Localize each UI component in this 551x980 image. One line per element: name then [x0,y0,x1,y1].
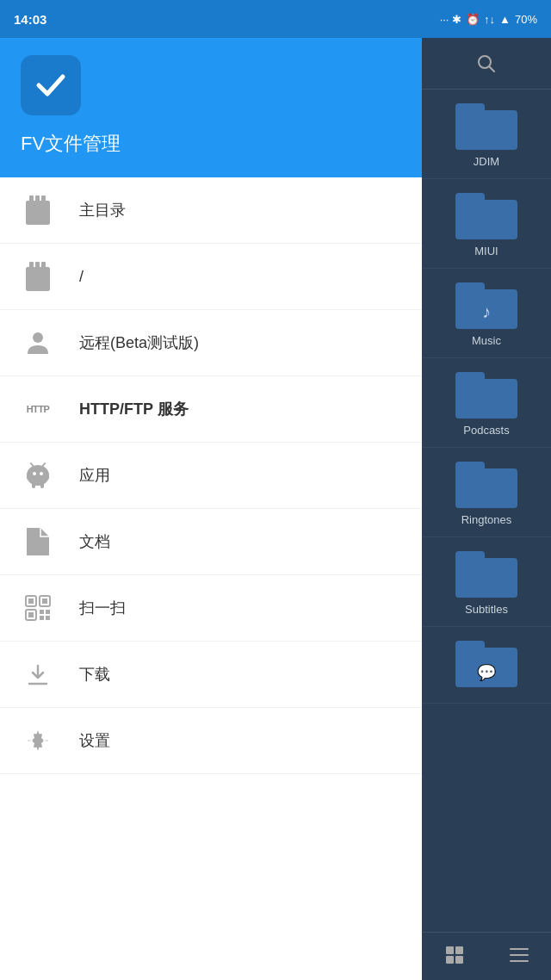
svg-rect-19 [40,481,44,488]
status-icons: ··· ✱ ⏰ ↑↓ ▲ 70% [440,13,537,26]
svg-rect-34 [446,946,454,954]
svg-rect-16 [27,473,30,480]
drawer-item-apps[interactable]: 应用 [0,443,422,509]
sidebar-search[interactable] [422,38,551,90]
svg-rect-27 [46,610,50,614]
ringtones-label: Ringtones [461,513,512,526]
status-time: 14:03 [14,12,46,27]
svg-point-9 [33,332,43,343]
download-icon [21,657,55,692]
sidebar-item-podcasts[interactable]: Podcasts [422,358,551,448]
sidebar-item-music[interactable]: ♪ Music [422,269,551,358]
folder-sidebar: JDIM MIUI ♪ Music P [422,38,551,980]
drawer-header: FV文件管理 [0,38,422,177]
sidebar-item-ringtones[interactable]: Ringtones [422,448,551,537]
status-bar: 14:03 ··· ✱ ⏰ ↑↓ ▲ 70% [0,0,551,38]
podcasts-label: Podcasts [463,424,509,437]
document-icon [21,524,55,559]
sidebar-item-subtitles[interactable]: Subtitles [422,537,551,627]
person-icon [21,326,55,360]
svg-point-12 [33,472,36,475]
svg-rect-5 [26,267,50,291]
navigation-drawer: FV文件管理 主目录 [0,38,422,980]
folder-music-icon: ♪ [455,279,517,329]
folder-ringtones-icon [455,458,517,508]
svg-rect-3 [35,195,40,204]
drawer-items-list: 主目录 / [0,177,422,980]
android-icon [21,458,55,493]
miui-label: MIUI [474,245,498,257]
svg-rect-28 [40,616,44,620]
svg-rect-21 [28,599,34,604]
svg-line-33 [490,66,495,71]
docs-label: 文档 [79,531,110,552]
main-dir-label: 主目录 [79,200,126,220]
http-text: HTTP [27,404,50,414]
sd-card-icon-2 [21,259,55,294]
wifi-icon: ▲ [499,13,511,26]
svg-rect-25 [28,612,34,617]
sidebar-item-miui[interactable]: MIUI [422,179,551,269]
qr-icon [21,591,55,625]
drawer-item-http-ftp[interactable]: HTTP HTTP/FTP 服务 [0,376,422,443]
svg-rect-26 [40,610,44,614]
drawer-item-docs[interactable]: 文档 [0,509,422,575]
svg-rect-23 [42,599,47,604]
folder-podcasts-icon [455,369,517,419]
drawer-item-main-dir[interactable]: 主目录 [0,177,422,244]
apps-label: 应用 [79,465,110,486]
folder-subtitles-icon [455,548,517,598]
svg-rect-4 [41,195,46,204]
svg-rect-37 [455,956,463,964]
svg-rect-1 [26,201,50,225]
folder-jdim-icon [455,100,517,150]
svg-rect-2 [29,195,34,204]
drawer-item-download[interactable]: 下载 [0,642,422,708]
sd-card-icon [21,193,55,227]
download-label: 下载 [79,664,110,685]
settings-icon [21,723,55,758]
svg-rect-36 [446,956,454,964]
http-ftp-label: HTTP/FTP 服务 [79,399,189,419]
jdim-label: JDIM [474,155,499,168]
svg-line-14 [31,463,34,467]
svg-point-13 [40,472,43,475]
svg-rect-8 [41,262,46,270]
list-view-button[interactable] [509,945,529,969]
app-icon [21,55,81,115]
sidebar-item-wechat[interactable]: 💬 [422,627,551,704]
folder-wechat-icon: 💬 [455,637,517,687]
bluetooth-icon: ··· ✱ [440,13,461,26]
http-icon: HTTP [21,392,55,426]
app-name: FV文件管理 [21,131,401,157]
drawer-item-settings[interactable]: 设置 [0,708,422,774]
settings-label: 设置 [79,730,110,751]
drawer-item-root[interactable]: / [0,244,422,310]
grid-view-button[interactable] [444,945,465,969]
folder-miui-icon [455,189,517,239]
svg-rect-18 [32,481,35,488]
scan-label: 扫一扫 [79,598,126,618]
sidebar-bottom-bar [422,932,551,980]
signal-icon: ↑↓ [484,13,495,26]
subtitles-label: Subtitles [465,603,508,616]
drawer-item-remote[interactable]: 远程(Beta测试版) [0,310,422,376]
svg-rect-35 [455,946,463,954]
svg-rect-29 [46,616,50,620]
svg-line-15 [42,463,45,467]
alarm-icon: ⏰ [466,13,480,26]
music-label: Music [472,334,501,347]
sidebar-item-jdim[interactable]: JDIM [422,90,551,179]
svg-rect-6 [29,262,34,270]
remote-label: 远程(Beta测试版) [79,332,199,353]
battery-icon: 70% [515,13,537,26]
svg-rect-7 [35,262,40,270]
root-label: / [79,268,84,286]
drawer-item-scan[interactable]: 扫一扫 [0,575,422,642]
svg-rect-17 [46,473,49,480]
